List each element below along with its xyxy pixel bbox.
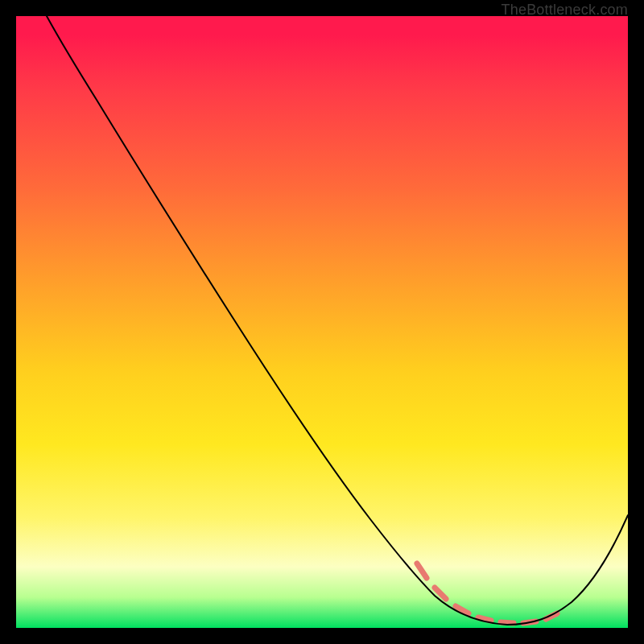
chart-canvas: TheBottleneck.com	[0, 0, 644, 644]
highlight-dashes	[417, 564, 557, 623]
curve-svg	[16, 16, 628, 628]
svg-line-0	[417, 564, 427, 578]
plot-area	[16, 16, 628, 628]
bottleneck-curve	[47, 16, 628, 625]
svg-line-4	[501, 622, 514, 623]
